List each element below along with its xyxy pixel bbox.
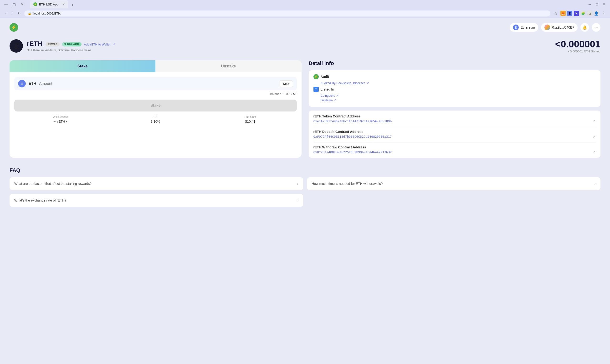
token-contract-row: rETH Token Contract Address 0xe1A2391f49… xyxy=(313,114,596,123)
forward-button[interactable]: › xyxy=(10,10,16,16)
window-restore-button[interactable]: □ xyxy=(594,1,600,7)
tab-close-button[interactable]: ✕ xyxy=(63,3,65,6)
new-tab-button[interactable]: + xyxy=(69,2,76,8)
network-badge[interactable]: Ξ Ethereum xyxy=(510,23,539,32)
coingecko-link[interactable]: Coingecko ↗ xyxy=(321,94,596,97)
token-info: Ξ rETH ERC20 3.10% APR Add rETH to Walle… xyxy=(10,39,115,53)
audit-label: Audit xyxy=(321,75,329,78)
faq-item-2[interactable]: How much time is needed for ETH withdraw… xyxy=(307,177,601,190)
detail-title: Detail Info xyxy=(309,60,601,66)
will-receive-col: Will Receive -- rETH ▾ xyxy=(14,115,107,123)
token-chains-label: On Ethereum, Arbitrum, Optimism, Polygon… xyxy=(27,49,115,52)
window-minimize-button[interactable]: ─ xyxy=(587,1,593,7)
notification-icon: 🔔 xyxy=(582,25,587,30)
extra-extension[interactable]: 👤 xyxy=(594,11,599,16)
stake-tab[interactable]: Stake xyxy=(10,60,155,72)
app-logo: ⚡ xyxy=(10,23,18,32)
profile-extension[interactable]: □ xyxy=(587,11,592,16)
contract-card: rETH Token Contract Address 0xe1A2391f49… xyxy=(309,111,601,158)
token-contract-ext-icon[interactable]: ↗ xyxy=(593,119,596,123)
metamask-extension[interactable]: 🦊 xyxy=(560,11,566,16)
browser-chrome: — ▢ ✕ ⚡ ETH LSD App ✕ + ─ □ ✕ ‹ › ↻ 🔒 lo… xyxy=(0,0,610,18)
withdraw-contract-title: rETH Withdraw Contract Address xyxy=(313,145,596,149)
contract-divider-2 xyxy=(313,142,596,143)
app-header: ⚡ Ξ Ethereum 0xa9b...C40B7 🔔 ··· xyxy=(10,18,600,34)
eth-token-label: ETH xyxy=(29,81,36,86)
faq-item-3[interactable]: What's the exchange rate of rETH? › xyxy=(10,194,303,207)
url-display: localhost:5002/ETH/ xyxy=(33,12,547,15)
faq-chevron-3: › xyxy=(297,198,298,203)
deposit-contract-title: rETH Deposit Contract Address xyxy=(313,130,596,134)
browser-actions: ☆ 🦊 Ξ K 🧩 □ 👤 ⋮ xyxy=(552,10,607,17)
defilama-label: Defilama xyxy=(321,98,333,102)
back-button[interactable]: ‹ xyxy=(3,10,9,16)
add-wallet-link[interactable]: Add rETH to Wallet xyxy=(84,43,110,46)
stake-tabs: Stake Unstake xyxy=(10,60,302,72)
close-button[interactable]: ✕ xyxy=(19,1,25,7)
wallet-address: 0xa9b...C40B7 xyxy=(552,26,574,29)
est-cost-label: Est. Cost xyxy=(204,115,297,119)
defilama-link[interactable]: Defilama ↗ xyxy=(321,98,596,102)
minimize-button[interactable]: — xyxy=(3,1,9,7)
staked-label: <0.000001 ETH Staked xyxy=(555,50,600,53)
active-tab[interactable]: ⚡ ETH LSD App ✕ xyxy=(30,0,68,8)
audit-text: Audited By Peckshield, Blocksec xyxy=(321,81,366,85)
more-button[interactable]: ··· xyxy=(592,23,600,32)
stake-info: Will Receive -- rETH ▾ APR 3.10% Est. Co… xyxy=(14,115,297,123)
apr-label: APR xyxy=(109,115,202,119)
notification-button[interactable]: 🔔 xyxy=(581,23,589,32)
audit-icon: ⚡ xyxy=(313,74,319,79)
staked-amount: <0.000001 <0.000001 ETH Staked xyxy=(555,39,600,53)
balance-label: Balance xyxy=(270,92,281,96)
will-receive-label: Will Receive xyxy=(14,115,107,119)
max-button[interactable]: Max xyxy=(280,80,293,87)
unstake-tab[interactable]: Unstake xyxy=(155,60,301,72)
deposit-contract-row: rETH Deposit Contract Address 0xF077Af44… xyxy=(313,130,596,138)
deposit-contract-ext-icon[interactable]: ↗ xyxy=(593,135,596,138)
menu-button[interactable]: ⋮ xyxy=(600,10,607,17)
faq-chevron-2: › xyxy=(595,182,596,186)
more-icon: ··· xyxy=(595,25,597,29)
token-eth-icon: Ξ xyxy=(14,42,18,50)
stake-card: Stake Unstake Ξ ETH Max Balance 10.37085… xyxy=(10,60,302,158)
network-label: Ethereum xyxy=(521,26,535,29)
shield-icon: 🛡 xyxy=(313,87,319,92)
stake-button[interactable]: Stake xyxy=(14,100,297,112)
address-bar[interactable]: 🔒 localhost:5002/ETH/ xyxy=(24,11,550,16)
audit-card: ⚡ Audit Audited By Peckshield, Blocksec … xyxy=(309,70,601,107)
will-receive-value: -- rETH ▾ xyxy=(14,120,107,123)
token-icon: Ξ xyxy=(10,39,23,53)
bookmark-button[interactable]: ☆ xyxy=(552,10,559,17)
address-bar-row: ‹ › ↻ 🔒 localhost:5002/ETH/ ☆ 🦊 Ξ K 🧩 □ … xyxy=(0,9,610,18)
audit-value[interactable]: Audited By Peckshield, Blocksec ↗ xyxy=(321,81,596,85)
faq-question-3: What's the exchange rate of rETH? xyxy=(14,198,66,202)
est-cost-value: $10.41 xyxy=(204,120,297,123)
extensions-button[interactable]: 🧩 xyxy=(581,11,586,16)
token-details: rETH ERC20 3.10% APR Add rETH to Wallet … xyxy=(27,40,115,52)
contract-divider-1 xyxy=(313,127,596,127)
app-container: ⚡ Ξ Ethereum 0xa9b...C40B7 🔔 ··· Ξ rETH xyxy=(0,18,610,359)
withdraw-contract-addr-row: 0x0f25a7400EB9a6225F669B99a9aCa464422136… xyxy=(313,150,596,154)
est-cost-col: Est. Cost $10.41 xyxy=(204,115,297,123)
main-content: Stake Unstake Ξ ETH Max Balance 10.37085… xyxy=(10,60,600,158)
token-contract-title: rETH Token Contract Address xyxy=(313,114,596,118)
token-contract-addr: 0xe1A2391f4902f8bc1fd447192c4a165A7a0518… xyxy=(313,119,392,123)
token-contract-addr-row: 0xe1A2391f4902f8bc1fd447192c4a165A7a0518… xyxy=(313,119,596,123)
wallet-badge[interactable]: 0xa9b...C40B7 xyxy=(541,23,578,32)
eth-token-icon: Ξ xyxy=(18,80,26,87)
stake-body: Ξ ETH Max Balance 10.370851 Stake Will R… xyxy=(10,72,302,128)
withdraw-contract-ext-icon[interactable]: ↗ xyxy=(593,150,596,154)
window-close-button[interactable]: ✕ xyxy=(601,1,607,7)
token-badges: ERC20 3.10% APR Add rETH to Wallet ↗ xyxy=(46,42,115,46)
maximize-button[interactable]: ▢ xyxy=(11,1,17,7)
coingecko-label: Coingecko xyxy=(321,94,335,97)
faq-question-2: How much time is needed for ETH withdraw… xyxy=(312,182,383,186)
faq-item-1[interactable]: What are the factors that affect the sta… xyxy=(10,177,303,190)
listed-label: Listed In xyxy=(321,87,334,91)
staked-value: <0.000001 xyxy=(555,39,600,50)
wallet-extension-2[interactable]: K xyxy=(574,11,579,16)
wallet-extension-1[interactable]: Ξ xyxy=(567,11,572,16)
refresh-button[interactable]: ↻ xyxy=(16,10,22,16)
deposit-contract-addr-row: 0xF077Af44C0EE18d7b960C6C527a249820706a3… xyxy=(313,135,596,138)
amount-input[interactable] xyxy=(39,81,277,86)
